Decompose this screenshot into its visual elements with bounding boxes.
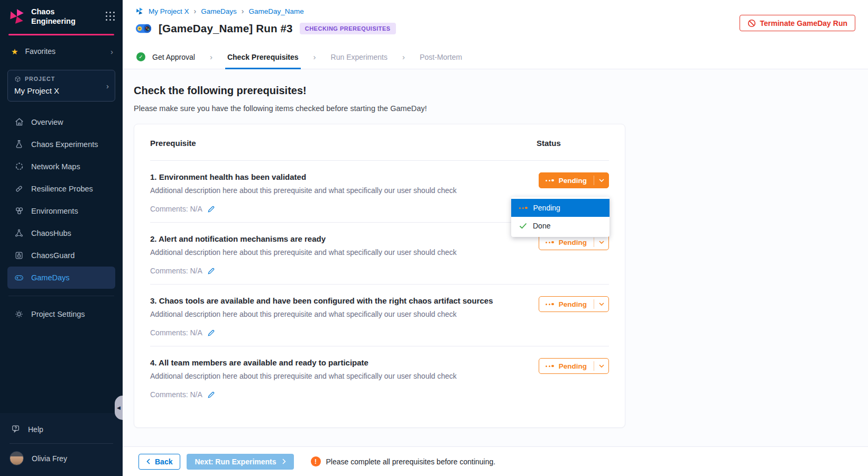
sidebar-nav: Overview Chaos Experiments Network Maps … — [0, 111, 123, 289]
status-option-done[interactable]: Done — [511, 217, 610, 235]
check-icon — [519, 223, 527, 229]
favorites-label: Favorites — [25, 47, 56, 56]
breadcrumb-link[interactable]: My Project X — [149, 7, 189, 15]
page-header: My Project X › GameDays › GameDay_Name › — [123, 0, 868, 45]
pending-dots-icon — [519, 207, 528, 209]
page-title: [GameDay_Name] Run #3 — [159, 22, 293, 35]
hub-icon — [14, 228, 24, 239]
breadcrumb-link[interactable]: GameDays — [201, 7, 237, 15]
status-dropdown-button[interactable]: Pending — [539, 296, 609, 312]
column-status: Status — [537, 139, 609, 148]
network-icon — [14, 161, 24, 172]
help-button[interactable]: Help — [0, 417, 123, 441]
project-settings-label: Project Settings — [31, 310, 85, 318]
pending-dots-icon — [546, 303, 554, 306]
chaos-breadcrumb-icon — [135, 7, 144, 15]
prerequisite-description: Additional description here about this p… — [150, 310, 500, 318]
pending-dots-icon — [546, 365, 554, 368]
wizard-footer: Back Next: Run Experiments ! Please comp… — [123, 446, 868, 476]
edit-comment-icon[interactable] — [207, 391, 215, 399]
sidebar-header: Chaos Engineering — [0, 0, 123, 32]
terminate-gameday-button[interactable]: Terminate GameDay Run — [740, 15, 855, 31]
module-grid-icon[interactable] — [106, 12, 115, 21]
sidebar-item-environments[interactable]: Environments — [7, 200, 115, 222]
sidebar-item-resilience-probes[interactable]: Resilience Probes — [7, 178, 115, 200]
stepper-tab-get-approval[interactable]: ✓ Get Approval › — [136, 45, 225, 69]
project-name: My Project X — [14, 86, 108, 95]
main-area: My Project X › GameDays › GameDay_Name › — [123, 0, 868, 476]
sidebar-item-favorites[interactable]: ★ Favorites › — [0, 35, 123, 59]
prerequisite-title: 2. Alert and notification mechanisms are… — [150, 234, 500, 243]
table-row-4-all-team-members-are-avail: 4. All team members are available and re… — [150, 346, 609, 408]
prerequisites-content: Check the following prerequisites! Pleas… — [123, 69, 868, 446]
sidebar-item-chaos-experiments[interactable]: Chaos Experiments — [7, 133, 115, 155]
gamepad-icon — [14, 272, 24, 283]
comments-label: Comments: N/A — [150, 267, 202, 275]
prerequisite-description: Additional description here about this p… — [150, 186, 500, 195]
star-icon: ★ — [11, 48, 18, 56]
sidebar-item-chaosguard[interactable]: ChaosGuard — [7, 244, 115, 267]
cube-icon — [14, 76, 21, 83]
prerequisite-title: 1. Environment health has been validated — [150, 172, 500, 181]
chevron-down-icon — [594, 297, 608, 312]
breadcrumb-separator-icon: › — [242, 7, 244, 15]
table-row-3-chaos-tools-are-available-: 3. Chaos tools are available and have be… — [150, 285, 609, 346]
pending-dots-icon — [546, 241, 554, 244]
prerequisite-title: 4. All team members are available and re… — [150, 358, 500, 367]
sidebar-item-label: ChaosGuard — [31, 251, 75, 260]
breadcrumb-separator-icon: › — [194, 7, 197, 15]
status-dropdown-button[interactable]: Pending — [539, 172, 609, 188]
column-prerequisite: Prerequisite — [150, 139, 537, 148]
status-badge: CHECKING PREREQUISITES — [300, 23, 396, 34]
user-avatar — [10, 451, 24, 465]
chevron-right-icon: › — [106, 81, 109, 90]
table-header: Prerequisite Status — [150, 124, 609, 161]
chevron-right-icon: › — [110, 47, 113, 56]
user-name: Olivia Frey — [32, 454, 67, 463]
comments-label: Comments: N/A — [150, 205, 202, 213]
breadcrumb: My Project X › GameDays › GameDay_Name › — [135, 7, 868, 15]
pending-dots-icon — [546, 179, 554, 182]
sidebar-item-project-settings[interactable]: Project Settings — [7, 303, 115, 325]
back-button[interactable]: Back — [138, 454, 180, 470]
stepper-tab-post-mortem[interactable]: ✓ Post-Mortem › — [418, 45, 464, 69]
prerequisite-description: Additional description here about this p… — [150, 372, 500, 380]
sidebar-divider — [8, 296, 114, 296]
sidebar-item-overview[interactable]: Overview — [7, 111, 115, 133]
edit-comment-icon[interactable] — [207, 329, 215, 337]
sidebar-item-label: Chaos Experiments — [31, 140, 98, 149]
sidebar-item-chaoshubs[interactable]: ChaosHubs — [7, 222, 115, 244]
next-run-experiments-button[interactable]: Next: Run Experiments — [187, 454, 293, 470]
gamepad-emoji-icon — [135, 23, 152, 34]
check-circle-icon: ✓ — [136, 52, 145, 61]
sidebar-item-network-maps[interactable]: Network Maps — [7, 155, 115, 178]
section-subheading: Please make sure you have the following … — [134, 104, 868, 113]
prerequisite-description: Additional description here about this p… — [150, 248, 500, 257]
status-option-pending[interactable]: Pending — [511, 199, 610, 217]
edit-comment-icon[interactable] — [207, 205, 215, 213]
gear-icon — [14, 309, 24, 319]
lock-icon — [14, 250, 24, 261]
project-selector[interactable]: PROJECT My Project X › — [7, 70, 115, 102]
help-label: Help — [28, 425, 43, 434]
status-dropdown-button[interactable]: Pending — [539, 358, 609, 374]
probe-icon — [14, 184, 24, 194]
edit-comment-icon[interactable] — [207, 267, 215, 275]
environments-icon — [14, 206, 24, 216]
stepper-tab-check-prerequisites[interactable]: ✓ Check Prerequisites › — [225, 45, 329, 69]
user-menu[interactable]: Olivia Frey — [0, 444, 123, 471]
stepper-tab-run-experiments[interactable]: ✓ Run Experiments › — [329, 45, 418, 69]
breadcrumb-link[interactable]: GameDay_Name — [248, 7, 303, 15]
sidebar-collapse-handle[interactable]: ◀ — [115, 396, 123, 420]
warning-icon: ! — [311, 456, 321, 466]
chevron-down-icon — [594, 359, 608, 373]
chaos-engineering-app: Chaos Engineering ★ Favorites › PROJECT — [0, 0, 868, 476]
sidebar: Chaos Engineering ★ Favorites › PROJECT — [0, 0, 123, 476]
prerequisite-title: 3. Chaos tools are available and have be… — [150, 296, 500, 305]
stepper-separator-icon: › — [313, 52, 316, 61]
home-icon — [14, 117, 24, 127]
sidebar-item-gamedays[interactable]: GameDays — [7, 267, 115, 289]
sidebar-item-label: Resilience Probes — [31, 185, 93, 193]
comments-label: Comments: N/A — [150, 328, 202, 337]
sidebar-item-label: Environments — [31, 207, 78, 215]
